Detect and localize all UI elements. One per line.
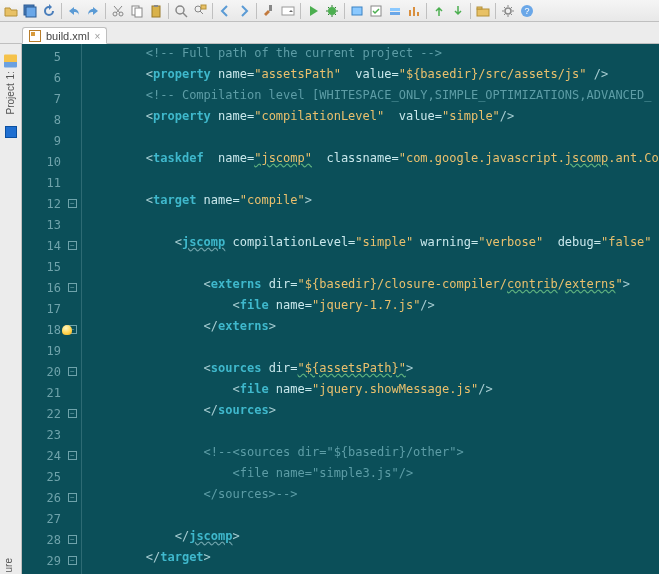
code-line[interactable]: <file name="simple3.js"/> xyxy=(82,466,659,487)
code-line[interactable]: <property name="compilationLevel" value=… xyxy=(82,109,659,130)
gutter-row: 24− xyxy=(22,445,81,466)
line-number: 16 xyxy=(43,281,61,295)
ant-file-icon xyxy=(29,30,41,42)
code-line[interactable] xyxy=(82,172,659,193)
code-token xyxy=(88,88,146,102)
find-icon[interactable] xyxy=(172,2,190,20)
fold-toggle[interactable]: − xyxy=(68,493,77,502)
paste-icon[interactable] xyxy=(147,2,165,20)
cut-icon[interactable] xyxy=(109,2,127,20)
save-all-icon[interactable] xyxy=(21,2,39,20)
fold-toggle[interactable]: − xyxy=(68,241,77,250)
code-token: </ xyxy=(88,550,160,564)
toolbar-separator xyxy=(495,3,496,19)
bookmark-icon[interactable] xyxy=(5,126,17,138)
intention-bulb-icon[interactable] xyxy=(62,325,72,335)
open-icon[interactable] xyxy=(2,2,20,20)
code-line[interactable] xyxy=(82,256,659,277)
code-line[interactable]: </jscomp> xyxy=(82,529,659,550)
code-editor[interactable]: 56789101112−1314−1516−1718−1920−2122−232… xyxy=(22,44,659,574)
close-tab-icon[interactable]: × xyxy=(94,31,100,42)
debug-icon[interactable] xyxy=(323,2,341,20)
replace-icon[interactable] xyxy=(191,2,209,20)
gutter-row: 15 xyxy=(22,256,81,277)
code-token: " xyxy=(615,277,622,291)
run-icon[interactable] xyxy=(304,2,322,20)
gutter-row: 27 xyxy=(22,508,81,529)
code-line[interactable] xyxy=(82,214,659,235)
fold-toggle[interactable]: − xyxy=(68,556,77,565)
code-line[interactable]: <!-- Compilation level [WHITESPACE_ONLY,… xyxy=(82,88,659,109)
update-icon[interactable] xyxy=(430,2,448,20)
undo-icon[interactable] xyxy=(65,2,83,20)
svg-rect-19 xyxy=(413,7,415,16)
fold-toggle[interactable]: − xyxy=(68,409,77,418)
fold-toggle[interactable]: − xyxy=(68,199,77,208)
line-number: 25 xyxy=(43,470,61,484)
code-line[interactable] xyxy=(82,424,659,445)
tool-window-structure[interactable]: ure xyxy=(3,558,14,572)
fold-toggle[interactable]: − xyxy=(68,535,77,544)
settings-icon[interactable] xyxy=(499,2,517,20)
code-token: </ xyxy=(88,403,218,417)
attach-icon[interactable] xyxy=(348,2,366,20)
code-line[interactable]: <jscomp compilationLevel="simple" warnin… xyxy=(82,235,659,256)
line-number: 19 xyxy=(43,344,61,358)
code-line[interactable]: <file name="jquery.showMessage.js"/> xyxy=(82,382,659,403)
file-tab-build-xml[interactable]: build.xml × xyxy=(22,27,107,44)
code-line[interactable]: <!-- Full path of the current project --… xyxy=(82,46,659,67)
code-token: "assetsPath" xyxy=(254,67,341,81)
gutter-row: 25 xyxy=(22,466,81,487)
project-icon xyxy=(4,54,17,67)
code-line[interactable]: </sources> xyxy=(82,403,659,424)
line-number: 9 xyxy=(43,134,61,148)
code-token: < xyxy=(88,151,153,165)
project-tool-index: 1: xyxy=(5,71,16,79)
code-line[interactable]: <externs dir="${basedir}/closure-compile… xyxy=(82,277,659,298)
copy-icon[interactable] xyxy=(128,2,146,20)
gutter-row: 6 xyxy=(22,67,81,88)
profile-icon[interactable] xyxy=(405,2,423,20)
toolbar-separator xyxy=(212,3,213,19)
coverage-icon[interactable] xyxy=(367,2,385,20)
code-line[interactable]: <!--<sources dir="${basedir}/other"> xyxy=(82,445,659,466)
code-line[interactable]: </sources>--> xyxy=(82,487,659,508)
fold-toggle[interactable]: − xyxy=(68,283,77,292)
redo-icon[interactable] xyxy=(84,2,102,20)
svg-rect-16 xyxy=(390,12,400,15)
code-line[interactable]: <target name="compile"> xyxy=(82,193,659,214)
left-tool-rail: Project 1: ure xyxy=(0,44,22,574)
code-line[interactable] xyxy=(82,340,659,361)
commit-icon[interactable] xyxy=(449,2,467,20)
dropdown-icon[interactable] xyxy=(279,2,297,20)
code-line[interactable]: <taskdef name="jscomp" classname="com.go… xyxy=(82,151,659,172)
svg-rect-21 xyxy=(477,9,489,16)
forward-icon[interactable] xyxy=(235,2,253,20)
build-icon[interactable] xyxy=(260,2,278,20)
code-line[interactable]: <file name="jquery-1.7.js"/> xyxy=(82,298,659,319)
gutter-row: 11 xyxy=(22,172,81,193)
gutter-row: 17 xyxy=(22,298,81,319)
back-icon[interactable] xyxy=(216,2,234,20)
stack-icon[interactable] xyxy=(386,2,404,20)
svg-rect-7 xyxy=(154,5,158,7)
code-line[interactable]: <sources dir="${assetsPath}"> xyxy=(82,361,659,382)
help-icon[interactable]: ? xyxy=(518,2,536,20)
code-token: <!-- Compilation level [WHITESPACE_ONLY,… xyxy=(146,88,652,102)
toolbar-separator xyxy=(105,3,106,19)
editor-code-area[interactable]: <!-- Full path of the current project --… xyxy=(82,44,659,574)
code-line[interactable] xyxy=(82,508,659,529)
code-line[interactable]: </target> xyxy=(82,550,659,571)
code-line[interactable]: </externs> xyxy=(82,319,659,340)
code-line[interactable]: <property name="assetsPath" value="${bas… xyxy=(82,67,659,88)
svg-point-23 xyxy=(505,8,511,14)
tool-window-project[interactable]: Project 1: xyxy=(4,48,17,120)
code-token: > xyxy=(623,277,630,291)
project-structure-icon[interactable] xyxy=(474,2,492,20)
code-line[interactable] xyxy=(82,130,659,151)
line-number: 29 xyxy=(43,554,61,568)
gutter-row: 22− xyxy=(22,403,81,424)
fold-toggle[interactable]: − xyxy=(68,367,77,376)
sync-icon[interactable] xyxy=(40,2,58,20)
fold-toggle[interactable]: − xyxy=(68,451,77,460)
